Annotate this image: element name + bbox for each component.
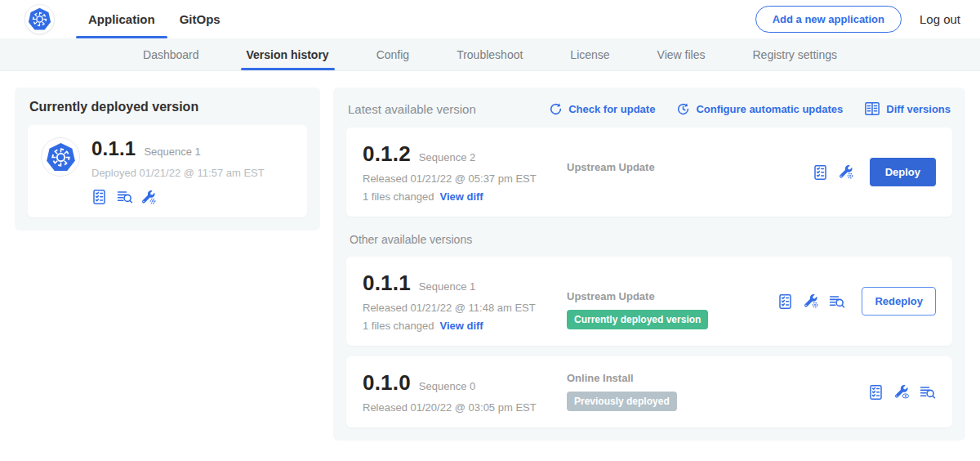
top-nav: Application GitOps Add a new application… [0,0,980,38]
wrench-gear-icon[interactable] [142,190,156,204]
deployed-panel-title: Currently deployed version [28,100,307,114]
tab-gitops-label: GitOps [180,12,220,26]
version-source-label: Upstream Update [567,161,751,173]
files-changed-label: 1 files changed [363,190,434,203]
tab-license-label: License [570,48,609,61]
redeploy-button[interactable]: Redeploy [862,287,936,316]
released-timestamp: Released 01/20/22 @ 03:05 pm EST [363,401,567,414]
tab-config[interactable]: Config [353,38,433,70]
tab-view-files-label: View files [657,48,706,61]
version-number: 0.1.1 [363,271,411,296]
tab-registry-settings[interactable]: Registry settings [729,38,861,70]
tab-troubleshoot-label: Troubleshoot [457,48,523,61]
other-versions-header: Other available versions [350,233,952,246]
version-history-page: Currently deployed version 0.1.1 Sequenc… [0,71,980,457]
deploy-button[interactable]: Deploy [870,158,936,186]
wrench-eye-icon[interactable] [895,385,909,399]
checklist-icon[interactable] [777,293,794,310]
released-timestamp: Released 01/21/22 @ 05:37 pm EST [363,172,567,185]
check-for-update-label: Check for update [568,103,655,115]
currently-deployed-badge: Currently deployed version [567,310,708,329]
deployed-sequence-label: Sequence 1 [144,145,200,158]
tab-troubleshoot[interactable]: Troubleshoot [433,38,546,70]
tab-registry-settings-label: Registry settings [753,48,837,61]
tab-dashboard[interactable]: Dashboard [119,38,223,70]
deployed-version-number: 0.1.1 [91,137,136,160]
version-number: 0.1.0 [363,370,411,396]
files-changed-label: 1 files changed [363,320,434,332]
checklist-icon[interactable] [91,189,108,205]
tab-application[interactable]: Application [76,0,167,38]
tab-license[interactable]: License [546,38,633,70]
app-sub-nav: Dashboard Version history Config Trouble… [0,38,980,71]
tab-gitops[interactable]: GitOps [167,0,233,38]
tab-view-files[interactable]: View files [634,38,729,70]
diff-versions-label: Diff versions [886,103,951,115]
latest-version-header: Latest available version [348,102,476,116]
refresh-icon [549,102,563,116]
version-source-label: Upstream Update [567,290,751,302]
checklist-icon[interactable] [868,384,884,401]
version-card-0-1-1: 0.1.1 Sequence 1 Released 01/21/22 @ 11:… [346,257,952,346]
released-timestamp: Released 01/21/22 @ 11:48 am EST [363,302,567,314]
configure-automatic-updates-label: Configure automatic updates [696,103,843,115]
app-brand [24,0,55,38]
wrench-gear-icon[interactable] [804,294,818,308]
tab-application-label: Application [88,12,155,26]
diff-columns-icon [864,101,880,117]
version-source-label: Online Install [567,372,751,384]
version-number: 0.1.2 [363,141,411,167]
sequence-label: Sequence 1 [419,280,475,293]
configure-automatic-updates-link[interactable]: Configure automatic updates [676,102,843,116]
wrench-gear-icon[interactable] [840,165,853,179]
diff-versions-link[interactable]: Diff versions [864,101,951,117]
text-search-icon[interactable] [920,384,936,401]
available-versions-panel: Latest available version Check for updat… [333,87,965,441]
version-card-0-1-0: 0.1.0 Sequence 0 Released 01/20/22 @ 03:… [346,356,952,427]
logout-button[interactable]: Log out [920,12,960,26]
previously-deployed-badge: Previously deployed [567,392,677,411]
tab-version-history[interactable]: Version history [223,38,353,70]
tab-dashboard-label: Dashboard [143,48,199,61]
tab-version-history-label: Version history [247,48,329,61]
auto-update-clock-icon [676,102,690,116]
sequence-label: Sequence 2 [419,151,475,163]
kubernetes-app-icon [41,137,80,177]
checklist-icon[interactable] [813,164,829,181]
sequence-label: Sequence 0 [419,380,475,392]
tab-config-label: Config [376,48,409,61]
text-search-icon[interactable] [829,293,845,310]
currently-deployed-panel: Currently deployed version 0.1.1 Sequenc… [15,87,320,230]
view-diff-link[interactable]: View diff [439,320,483,332]
text-search-icon[interactable] [117,189,133,205]
version-card-0-1-2: 0.1.2 Sequence 2 Released 01/21/22 @ 05:… [346,128,952,217]
add-application-button[interactable]: Add a new application [755,6,902,33]
check-for-update-link[interactable]: Check for update [549,102,655,116]
deployed-version-card: 0.1.1 Sequence 1 Deployed 01/21/22 @ 11:… [28,125,307,217]
deployed-timestamp: Deployed 01/21/22 @ 11:57 am EST [91,167,265,179]
view-diff-link[interactable]: View diff [439,190,483,203]
kubernetes-logo-icon [24,4,55,34]
